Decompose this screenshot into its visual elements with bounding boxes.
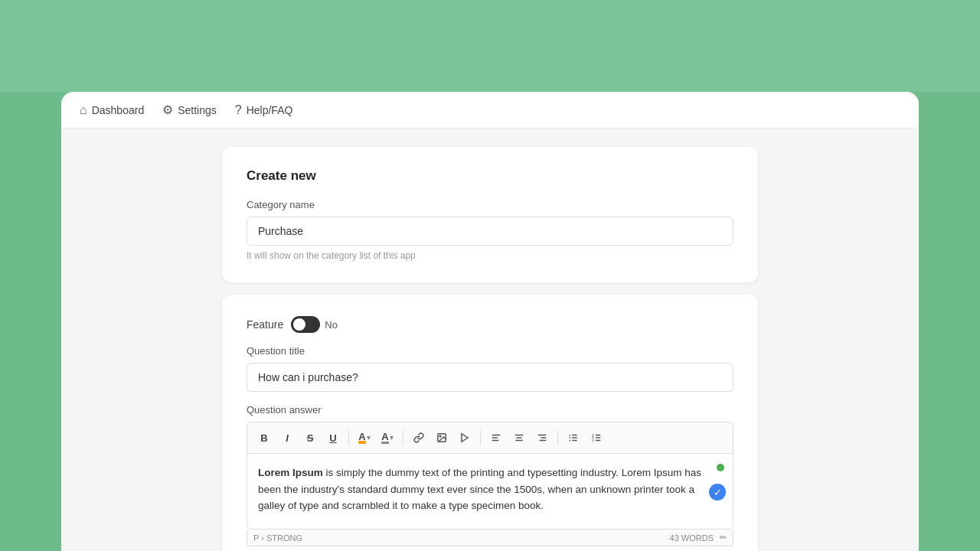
video-button[interactable] [454,427,475,448]
font-color-button[interactable]: A ▾ [354,427,375,448]
align-center-button[interactable] [508,427,530,448]
feature-row: Feature No [247,316,733,333]
highlight-button[interactable]: A ▾ [377,427,398,448]
italic-button[interactable]: I [276,427,298,448]
nav-help[interactable]: ? Help/FAQ [235,103,293,117]
nav-dashboard-label: Dashboard [92,104,145,116]
green-dot-indicator [717,464,724,471]
bold-button[interactable]: B [253,427,275,448]
editor-wrapper: Lorem Ipsum is simply the dummy text of … [247,453,733,530]
create-new-card: Create new Category name It will show on… [222,147,758,282]
nav-help-label: Help/FAQ [247,104,293,116]
underline-button[interactable]: U [322,427,344,448]
app-container: ⌂ Dashboard ⚙ Settings ? Help/FAQ Create… [61,92,919,551]
svg-point-1 [439,435,441,437]
feature-toggle[interactable] [291,316,320,333]
editor-area[interactable]: Lorem Ipsum is simply the dummy text of … [247,453,733,530]
align-left-button[interactable] [485,427,507,448]
numbered-list-button[interactable]: 1 2 3 [586,427,607,448]
toggle-container: No [291,316,338,333]
word-count: 43 WORDS [670,533,714,543]
category-name-input[interactable] [247,217,733,246]
svg-point-15 [569,435,570,436]
toolbar-sep-1 [348,430,349,445]
category-name-label: Category name [247,199,733,210]
toggle-text: No [325,319,338,331]
home-icon: ⌂ [80,103,87,117]
question-title-label: Question title [247,345,733,357]
svg-point-17 [569,440,570,442]
link-button[interactable] [408,427,430,448]
align-right-button[interactable] [531,427,553,448]
edit-icon[interactable]: ✏ [720,533,727,543]
question-title-input[interactable] [247,363,733,392]
bullet-list-button[interactable] [563,427,584,448]
image-button[interactable] [431,427,452,448]
editor-path: P › STRONG [253,533,302,543]
question-answer-label: Question answer [247,404,733,416]
svg-text:3: 3 [592,439,594,442]
nav-settings-label: Settings [178,104,217,116]
editor-status-bar: P › STRONG 43 WORDS ✏ [247,530,733,546]
svg-point-16 [569,437,570,439]
question-card: Feature No Question title Question answe… [222,295,758,551]
blue-check-indicator: ✓ [709,484,726,500]
toolbar-sep-3 [480,430,481,445]
nav-settings[interactable]: ⚙ Settings [162,103,217,117]
nav-bar: ⌂ Dashboard ⚙ Settings ? Help/FAQ [61,92,919,129]
editor-content: Lorem Ipsum is simply the dummy text of … [258,465,722,514]
svg-marker-2 [462,434,468,442]
help-icon: ? [235,103,242,117]
feature-label: Feature [247,318,283,331]
main-content: Create new Category name It will show on… [61,129,919,551]
toolbar-sep-4 [557,430,558,445]
category-name-hint: It will show on the category list of thi… [247,250,733,261]
create-new-title: Create new [247,168,733,184]
gear-icon: ⚙ [162,103,173,117]
toolbar-sep-2 [403,430,403,445]
editor-toolbar: B I S U A ▾ A ▾ [247,422,733,453]
strikethrough-button[interactable]: S [299,427,321,448]
nav-dashboard[interactable]: ⌂ Dashboard [80,103,144,117]
